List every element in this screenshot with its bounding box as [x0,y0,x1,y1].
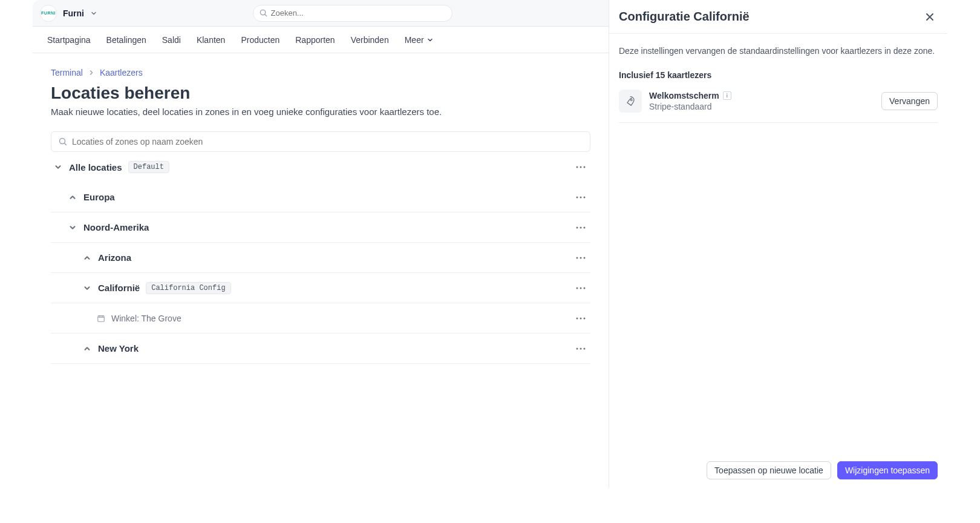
panel-title: Configuratie Californië [619,10,750,24]
config-title: Welkomstscherm [649,91,719,100]
svg-point-16 [577,287,578,289]
chevron-up-icon[interactable] [68,192,77,202]
store-icon [97,314,105,323]
more-icon[interactable] [576,196,590,199]
brand-selector[interactable]: FURNI Furni [40,5,97,22]
more-icon[interactable] [576,347,590,350]
more-icon[interactable] [576,317,590,320]
chevron-down-icon [90,10,97,17]
svg-line-3 [65,143,67,145]
more-icon[interactable] [576,257,590,259]
breadcrumb-kaartlezers[interactable]: Kaartlezers [100,68,143,77]
apply-changes-button[interactable]: Wijzigingen toepassen [837,461,938,479]
chevron-up-icon[interactable] [82,253,92,263]
svg-point-4 [577,166,578,168]
svg-point-13 [577,257,578,258]
tree-noord-amerika-label: Noord-Amerika [83,222,149,232]
global-search-input[interactable] [271,8,446,18]
brand-logo: FURNI [40,5,57,22]
close-button[interactable] [922,9,938,25]
nav-producten[interactable]: Producten [241,35,279,45]
svg-point-22 [577,347,578,349]
brand-name: Furni [63,8,84,18]
tree-arizona-label: Arizona [98,252,131,263]
global-search[interactable] [253,5,452,22]
config-item-welcome: Welkomstscherm i Stripe-standaard Vervan… [619,90,938,123]
nav-meer-label: Meer [405,35,424,45]
svg-point-23 [580,347,582,349]
chevron-down-icon [426,36,434,44]
svg-point-18 [584,287,586,289]
breadcrumb-terminal[interactable]: Terminal [51,68,83,77]
svg-point-10 [577,226,578,228]
default-badge: Default [128,161,169,173]
svg-point-9 [584,196,586,198]
more-icon[interactable] [576,226,590,229]
svg-point-7 [577,196,578,198]
more-icon[interactable] [576,287,590,289]
tree-new-york-label: New York [98,343,139,354]
svg-point-24 [584,347,586,349]
page-subtitle: Maak nieuwe locaties, deel locaties in z… [51,107,590,117]
svg-point-25 [630,99,632,101]
svg-point-5 [580,166,582,168]
svg-point-14 [580,257,582,258]
breadcrumb: Terminal Kaartlezers [51,68,590,77]
location-search[interactable] [51,131,590,152]
nav-bar: Startpagina Betalingen Saldi Klanten Pro… [33,27,609,53]
nav-betalingen[interactable]: Betalingen [106,35,146,45]
tree-all-locations[interactable]: Alle locaties Default [51,152,590,182]
config-panel: Configuratie Californië Deze instellinge… [609,0,947,488]
tree-all-locations-label: Alle locaties [69,162,122,173]
svg-point-15 [584,257,586,258]
svg-point-19 [577,317,578,319]
tree-california-label: Californië [98,283,140,293]
chevron-down-icon[interactable] [53,162,63,172]
chevron-down-icon[interactable] [82,283,92,293]
svg-point-12 [584,226,586,228]
rocket-icon [619,90,642,113]
chevron-down-icon[interactable] [68,223,77,232]
location-search-input[interactable] [72,137,583,146]
svg-point-8 [580,196,582,198]
tree-europa-label: Europa [83,192,115,202]
svg-point-20 [580,317,582,319]
nav-verbinden[interactable]: Verbinden [351,35,389,45]
svg-line-1 [264,15,266,16]
search-icon [59,137,67,146]
panel-description: Deze instellingen vervangen de standaard… [619,46,938,56]
nav-rapporten[interactable]: Rapporten [295,35,335,45]
svg-point-17 [580,287,582,289]
info-icon[interactable]: i [723,91,731,100]
tree-noord-amerika[interactable]: Noord-Amerika [51,212,590,243]
svg-point-11 [580,226,582,228]
nav-saldi[interactable]: Saldi [162,35,181,45]
tree-store-grove[interactable]: Winkel: The Grove [51,303,590,334]
svg-point-6 [584,166,586,168]
tree-new-york[interactable]: New York [51,334,590,364]
california-config-badge: California Config [146,282,230,294]
tree-arizona[interactable]: Arizona [51,243,590,273]
replace-button[interactable]: Vervangen [881,92,938,110]
svg-point-21 [584,317,586,319]
more-icon[interactable] [576,166,590,168]
nav-klanten[interactable]: Klanten [197,35,225,45]
nav-meer[interactable]: Meer [405,35,434,45]
top-bar: FURNI Furni [33,0,609,27]
page-title: Locaties beheren [51,84,590,103]
search-icon [260,9,267,17]
nav-startpagina[interactable]: Startpagina [47,35,91,45]
apply-new-location-button[interactable]: Toepassen op nieuwe locatie [707,461,831,479]
panel-subheading: Inclusief 15 kaartlezers [619,70,938,80]
tree-europa[interactable]: Europa [51,182,590,212]
tree-california[interactable]: Californië California Config [51,273,590,303]
tree-store-grove-label: Winkel: The Grove [111,314,181,323]
chevron-right-icon [88,69,95,76]
config-subtitle: Stripe-standaard [649,102,874,111]
chevron-up-icon[interactable] [82,344,92,354]
